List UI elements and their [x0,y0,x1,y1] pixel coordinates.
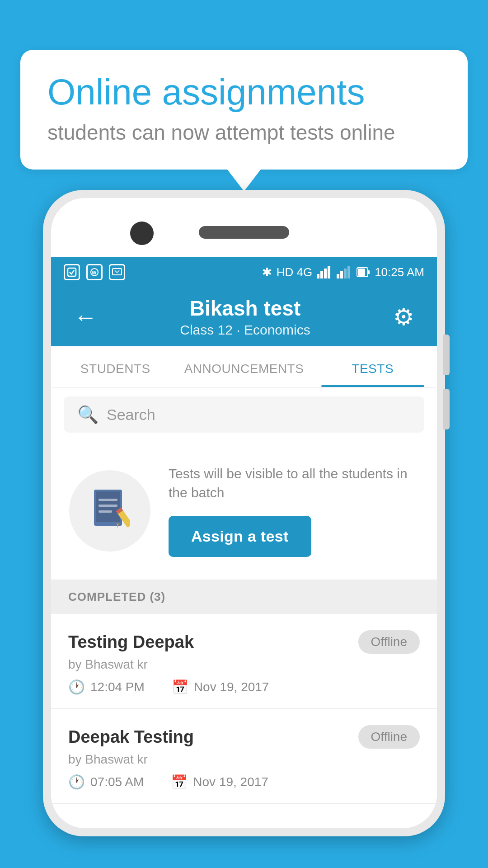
phone-speaker [199,226,289,239]
tab-announcements[interactable]: ANNOUNCEMENTS [180,346,309,387]
status-right: ✱ HD 4G [262,265,424,279]
test-item-header-2: Deepak Testing Offline [68,725,420,749]
app-bar: ← Bikash test Class 12 · Economics ⚙ [51,288,437,346]
test-date-2: 📅 Nov 19, 2017 [171,774,268,790]
search-icon: 🔍 [77,405,99,425]
tab-bar: STUDENTS ANNOUNCEMENTS TESTS [51,346,437,387]
svg-rect-11 [347,266,350,278]
search-placeholder: Search [107,406,155,424]
app-bar-center: Bikash test Class 12 · Economics [102,296,389,338]
test-name-2: Deepak Testing [68,727,194,747]
assign-section: Tests will be visible to all the student… [51,442,437,580]
completed-header-text: COMPLETED (3) [68,590,165,604]
clock-icon-2: 🕐 [68,774,85,790]
tab-students[interactable]: STUDENTS [51,346,180,387]
side-button-right [443,335,450,375]
test-meta: 🕐 12:04 PM 📅 Nov 19, 2017 [68,679,420,695]
time-display: 10:25 AM [375,265,424,279]
test-date-value-2: Nov 19, 2017 [193,775,268,789]
svg-rect-8 [337,274,339,278]
assign-right: Tests will be visible to all the student… [169,464,419,557]
test-author-2: by Bhaswat kr [68,752,420,767]
phone-camera [130,222,154,245]
bluetooth-icon: ✱ [262,265,272,279]
status-badge: Offline [358,630,420,654]
test-time-value-2: 07:05 AM [90,775,144,789]
notebook-svg-icon [89,487,130,533]
test-date: 📅 Nov 19, 2017 [172,679,269,695]
search-bar[interactable]: 🔍 Search [64,396,424,433]
svg-rect-6 [324,269,327,278]
svg-text:W: W [92,270,97,275]
search-container: 🔍 Search [51,387,437,442]
back-button[interactable]: ← [69,299,102,335]
network-text: HD 4G [277,265,312,279]
svg-rect-0 [68,268,76,276]
test-item[interactable]: Testing Deepak Offline by Bhaswat kr 🕐 1… [51,614,437,709]
tab-tests[interactable]: TESTS [308,346,437,387]
svg-rect-13 [368,270,370,274]
completed-section-header: COMPLETED (3) [51,580,437,614]
bubble-subtitle: students can now attempt tests online [47,120,441,145]
status-bar: W ✱ HD 4G [51,257,437,288]
test-time: 🕐 12:04 PM [68,679,145,695]
app-icon-1 [64,264,80,280]
svg-rect-18 [99,505,117,507]
svg-rect-19 [99,510,112,513]
test-icon-circle [69,470,150,552]
signal-icon2 [337,266,352,278]
status-icons-left: W [64,264,125,280]
test-date-value: Nov 19, 2017 [194,680,269,694]
assign-test-button[interactable]: Assign a test [169,516,311,557]
test-name: Testing Deepak [68,632,194,652]
app-bar-subtitle: Class 12 · Economics [102,322,389,338]
svg-rect-9 [340,271,343,278]
screen: W ✱ HD 4G [51,257,437,828]
battery-icon [357,267,370,277]
test-icon-inner [89,487,130,534]
svg-rect-4 [317,274,319,278]
calendar-icon-2: 📅 [171,774,188,790]
svg-rect-7 [328,266,330,278]
svg-rect-14 [358,269,365,276]
app-icon-2: W [86,264,103,280]
svg-rect-3 [113,269,122,275]
bubble-title: Online assignments [47,72,441,112]
svg-rect-10 [344,269,347,278]
clock-icon: 🕐 [68,679,85,695]
test-item-header: Testing Deepak Offline [68,630,420,654]
assign-description: Tests will be visible to all the student… [169,464,419,502]
calendar-icon: 📅 [172,679,188,695]
test-time-value: 12:04 PM [90,680,145,694]
speech-bubble-container: Online assignments students can now atte… [20,50,468,170]
signal-icon [317,266,332,278]
phone-container: W ✱ HD 4G [43,190,445,868]
test-item-2[interactable]: Deepak Testing Offline by Bhaswat kr 🕐 0… [51,709,437,804]
test-meta-2: 🕐 07:05 AM 📅 Nov 19, 2017 [68,774,420,790]
svg-rect-5 [320,271,323,278]
test-author: by Bhaswat kr [68,657,420,672]
speech-bubble: Online assignments students can now atte… [20,50,468,170]
svg-rect-17 [99,499,117,501]
app-bar-title: Bikash test [102,296,389,321]
status-badge-2: Offline [358,725,420,749]
phone-outer: W ✱ HD 4G [43,190,445,836]
app-icon-3 [109,264,125,280]
side-button-right2 [443,389,450,429]
settings-icon[interactable]: ⚙ [389,299,419,335]
phone-inner: W ✱ HD 4G [51,198,437,828]
test-time-2: 🕐 07:05 AM [68,774,144,790]
